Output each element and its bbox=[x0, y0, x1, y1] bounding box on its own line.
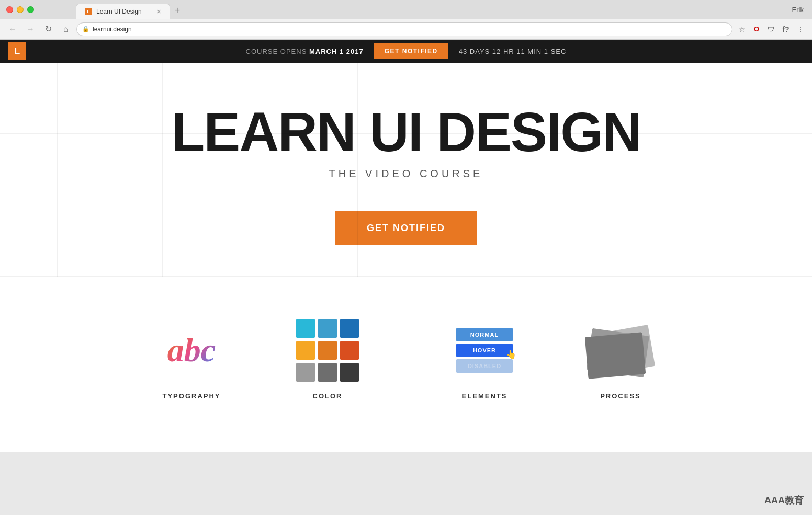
element-normal-button: NORMAL bbox=[456, 328, 513, 341]
shield-icon[interactable]: 🛡 bbox=[765, 23, 777, 36]
feature-color: COLOR bbox=[270, 308, 385, 410]
browser-titlebar: L Learn UI Design × + Erik bbox=[0, 0, 812, 19]
cursor-icon: 👆 bbox=[506, 349, 517, 359]
bookmark-button[interactable]: ☆ bbox=[736, 23, 748, 36]
wallet-icon[interactable]: f? bbox=[780, 23, 792, 36]
announcement-bar: L COURSE OPENS MARCH 1 2017 GET NOTIFIED… bbox=[0, 40, 812, 63]
minimize-window-button[interactable] bbox=[17, 6, 24, 13]
swatch-dark-gray bbox=[340, 363, 359, 382]
process-icon bbox=[579, 319, 662, 382]
color-icon bbox=[286, 319, 369, 382]
process-stacked-cards bbox=[584, 324, 657, 376]
feature-typography: abc TYPOGRAPHY bbox=[134, 308, 249, 410]
swatch-dark-blue bbox=[340, 319, 359, 338]
feature-elements: NORMAL HOVER 👆 DISABLED ELEMENTS bbox=[427, 308, 542, 410]
element-disabled-button: DISABLED bbox=[456, 359, 513, 373]
elements-icon: NORMAL HOVER 👆 DISABLED bbox=[443, 319, 526, 382]
features-section: abc TYPOGRAPHY bbox=[0, 277, 812, 452]
typography-abc-graphic: abc bbox=[167, 331, 216, 370]
element-hover-button: HOVER 👆 bbox=[456, 344, 513, 357]
elements-button-states: NORMAL HOVER 👆 DISABLED bbox=[456, 328, 513, 373]
countdown-timer: 43 DAYS 12 HR 11 MIN 1 SEC bbox=[459, 48, 567, 55]
elements-label: ELEMENTS bbox=[462, 392, 508, 400]
process-card-main bbox=[585, 332, 646, 379]
course-opens-text: COURSE OPENS MARCH 1 2017 bbox=[246, 48, 364, 55]
color-label: COLOR bbox=[313, 392, 343, 400]
swatch-yellow-orange bbox=[296, 341, 315, 360]
browser-tab[interactable]: L Learn UI Design × bbox=[76, 4, 170, 19]
swatch-cyan bbox=[296, 319, 315, 338]
browser-tabs: L Learn UI Design × + bbox=[34, 0, 185, 19]
traffic-lights bbox=[6, 6, 34, 13]
color-swatches-grid bbox=[296, 319, 359, 382]
tab-close-button[interactable]: × bbox=[157, 7, 161, 16]
watermark: AAA教育 bbox=[764, 494, 804, 507]
browser-chrome: L Learn UI Design × + Erik ← → ↻ ⌂ 🔒 lea… bbox=[0, 0, 812, 40]
website-content: L COURSE OPENS MARCH 1 2017 GET NOTIFIED… bbox=[0, 40, 812, 452]
url-text: learnui.design bbox=[93, 26, 132, 33]
swatch-orange bbox=[318, 341, 337, 360]
menu-button[interactable]: ⋮ bbox=[794, 23, 807, 36]
close-window-button[interactable] bbox=[6, 6, 13, 13]
tab-title: Learn UI Design bbox=[96, 8, 142, 15]
browser-toolbar: ← → ↻ ⌂ 🔒 learnui.design ☆ O 🛡 f? ⋮ bbox=[0, 19, 812, 40]
maximize-window-button[interactable] bbox=[27, 6, 34, 13]
typography-icon: abc bbox=[150, 319, 233, 382]
hero-section: LEARN UI DESIGN THE VIDEO COURSE GET NOT… bbox=[0, 63, 812, 277]
address-bar[interactable]: 🔒 learnui.design bbox=[76, 22, 732, 36]
swatch-light-gray bbox=[296, 363, 315, 382]
opera-icon[interactable]: O bbox=[750, 23, 763, 36]
reload-button[interactable]: ↻ bbox=[41, 22, 55, 37]
typography-label: TYPOGRAPHY bbox=[162, 392, 220, 400]
get-notified-button-top[interactable]: GET NOTIFIED bbox=[374, 43, 448, 59]
main-title: LEARN UI DESIGN bbox=[171, 105, 641, 159]
back-button[interactable]: ← bbox=[5, 22, 20, 37]
site-logo[interactable]: L bbox=[8, 42, 26, 60]
browser-actions: ☆ O 🛡 f? ⋮ bbox=[736, 23, 807, 36]
process-label: PROCESS bbox=[600, 392, 641, 400]
home-button[interactable]: ⌂ bbox=[59, 22, 73, 37]
swatch-medium-blue bbox=[318, 319, 337, 338]
forward-button[interactable]: → bbox=[23, 22, 38, 37]
user-name: Erik bbox=[792, 6, 804, 14]
get-notified-button-hero[interactable]: GET NOTIFIED bbox=[335, 211, 477, 245]
ssl-lock-icon: 🔒 bbox=[82, 26, 89, 32]
tab-favicon: L bbox=[85, 8, 92, 15]
feature-process: PROCESS bbox=[563, 308, 678, 410]
new-tab-button[interactable]: + bbox=[170, 3, 185, 18]
swatch-red-orange bbox=[340, 341, 359, 360]
swatch-medium-gray bbox=[318, 363, 337, 382]
subtitle: THE VIDEO COURSE bbox=[329, 168, 483, 180]
